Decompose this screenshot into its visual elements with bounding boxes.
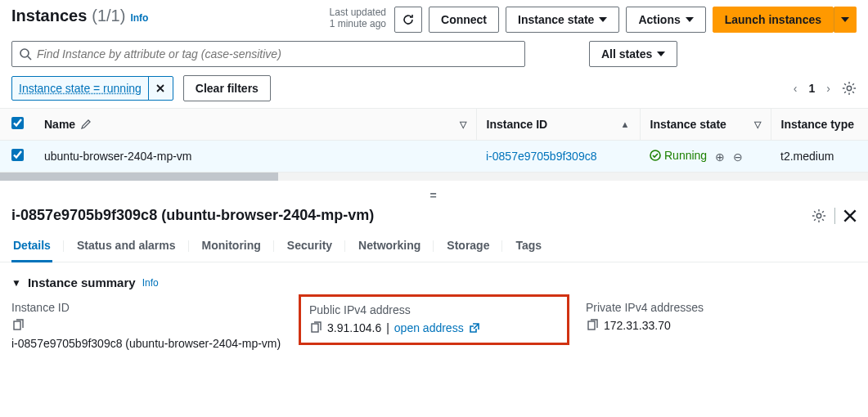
svg-rect-5 bbox=[14, 321, 20, 330]
detail-tabs: Details Status and alarms Monitoring Sec… bbox=[0, 231, 868, 262]
instance-id-label: Instance ID bbox=[11, 301, 282, 314]
sort-icon[interactable]: ▽ bbox=[460, 119, 466, 130]
horizontal-scrollbar[interactable] bbox=[0, 173, 868, 181]
sort-asc-icon[interactable]: ▲ bbox=[621, 119, 630, 129]
page-next[interactable]: › bbox=[826, 82, 830, 95]
tab-status[interactable]: Status and alarms bbox=[75, 231, 178, 262]
actions-menu[interactable]: Actions bbox=[626, 7, 705, 33]
summary-heading: Instance summary bbox=[28, 276, 136, 289]
zoom-in-icon[interactable]: ⊕ bbox=[715, 150, 725, 164]
tab-tags[interactable]: Tags bbox=[514, 231, 543, 262]
tab-details[interactable]: Details bbox=[11, 231, 52, 262]
status-ok-icon bbox=[650, 150, 661, 161]
cell-instance-id[interactable]: i-0857e9705b9f309c8 bbox=[486, 150, 596, 163]
cell-type: t2.medium bbox=[771, 141, 868, 173]
public-ip-value: 3.91.104.6 bbox=[327, 321, 381, 334]
tab-monitoring[interactable]: Monitoring bbox=[200, 231, 263, 262]
zoom-out-icon[interactable]: ⊖ bbox=[733, 150, 743, 164]
close-icon bbox=[155, 83, 165, 93]
svg-rect-6 bbox=[312, 324, 318, 332]
svg-line-1 bbox=[28, 56, 31, 60]
detail-title: i-0857e9705b9f309c8 (ubuntu-browser-2404… bbox=[11, 207, 374, 224]
search-icon bbox=[19, 47, 32, 61]
copy-icon[interactable] bbox=[309, 321, 322, 334]
col-state[interactable]: Instance state bbox=[650, 118, 726, 131]
filter-chip[interactable]: Instance state = running bbox=[11, 76, 173, 101]
svg-point-0 bbox=[20, 49, 29, 57]
filter-chip-remove[interactable] bbox=[148, 77, 173, 100]
clear-filters-button[interactable]: Clear filters bbox=[183, 75, 271, 101]
sort-icon[interactable]: ▽ bbox=[754, 119, 761, 130]
summary-info-link[interactable]: Info bbox=[142, 277, 159, 289]
divider bbox=[834, 208, 835, 224]
launch-instances-button[interactable]: Launch instances bbox=[713, 7, 834, 33]
gear-icon[interactable] bbox=[842, 81, 857, 96]
chevron-down-icon bbox=[657, 52, 665, 56]
col-type[interactable]: Instance type bbox=[781, 118, 854, 131]
private-ip-label: Private IPv4 addresses bbox=[586, 301, 857, 314]
page-title: Instances bbox=[11, 7, 87, 25]
search-input-wrap[interactable] bbox=[11, 41, 525, 67]
col-name[interactable]: Name bbox=[44, 118, 75, 131]
copy-icon[interactable] bbox=[586, 319, 599, 332]
page-number: 1 bbox=[809, 82, 816, 95]
last-updated: Last updated 1 minute ago bbox=[330, 7, 386, 30]
filter-chip-text: Instance state = running bbox=[12, 82, 148, 95]
tab-security[interactable]: Security bbox=[286, 231, 334, 262]
chevron-down-icon bbox=[599, 17, 607, 22]
table-row[interactable]: ubuntu-browser-2404-mp-vm i-0857e9705b9f… bbox=[0, 141, 868, 173]
chevron-down-icon bbox=[841, 17, 849, 22]
launch-instances-menu[interactable] bbox=[834, 7, 857, 33]
chevron-down-icon bbox=[686, 17, 694, 22]
instance-state-menu[interactable]: Instance state bbox=[506, 7, 619, 33]
page-prev[interactable]: ‹ bbox=[794, 82, 798, 95]
col-id[interactable]: Instance ID bbox=[487, 118, 548, 131]
private-ip-value: 172.31.33.70 bbox=[604, 319, 671, 332]
cell-state: Running bbox=[650, 149, 707, 162]
close-icon[interactable] bbox=[843, 209, 857, 222]
svg-rect-7 bbox=[588, 321, 595, 330]
tab-storage[interactable]: Storage bbox=[445, 231, 491, 262]
tab-networking[interactable]: Networking bbox=[357, 231, 422, 262]
refresh-icon bbox=[402, 13, 415, 26]
open-address-link[interactable]: open address bbox=[394, 321, 464, 334]
public-ip-label: Public IPv4 address bbox=[309, 303, 559, 316]
svg-point-4 bbox=[816, 213, 821, 217]
external-link-icon bbox=[469, 322, 480, 334]
row-checkbox[interactable] bbox=[11, 149, 24, 161]
collapse-toggle[interactable]: ▼ bbox=[11, 277, 21, 289]
gear-icon[interactable] bbox=[812, 208, 826, 223]
pencil-icon[interactable] bbox=[80, 119, 92, 130]
separator: | bbox=[386, 321, 389, 334]
search-input[interactable] bbox=[37, 47, 518, 61]
refresh-button[interactable] bbox=[394, 7, 422, 33]
all-states-filter[interactable]: All states bbox=[589, 41, 677, 67]
cell-name: ubuntu-browser-2404-mp-vm bbox=[34, 141, 476, 173]
resize-handle[interactable]: = bbox=[0, 181, 868, 204]
instance-count: (1/1) bbox=[92, 7, 125, 25]
instance-id-value: i-0857e9705b9f309c8 (ubuntu-browser-2404… bbox=[11, 337, 282, 350]
svg-point-2 bbox=[847, 86, 851, 90]
info-link[interactable]: Info bbox=[130, 12, 148, 24]
select-all-checkbox[interactable] bbox=[11, 117, 24, 129]
copy-icon[interactable] bbox=[11, 319, 25, 332]
connect-button[interactable]: Connect bbox=[429, 7, 499, 33]
highlight-box: Public IPv4 address 3.91.104.6 | open ad… bbox=[299, 294, 569, 345]
